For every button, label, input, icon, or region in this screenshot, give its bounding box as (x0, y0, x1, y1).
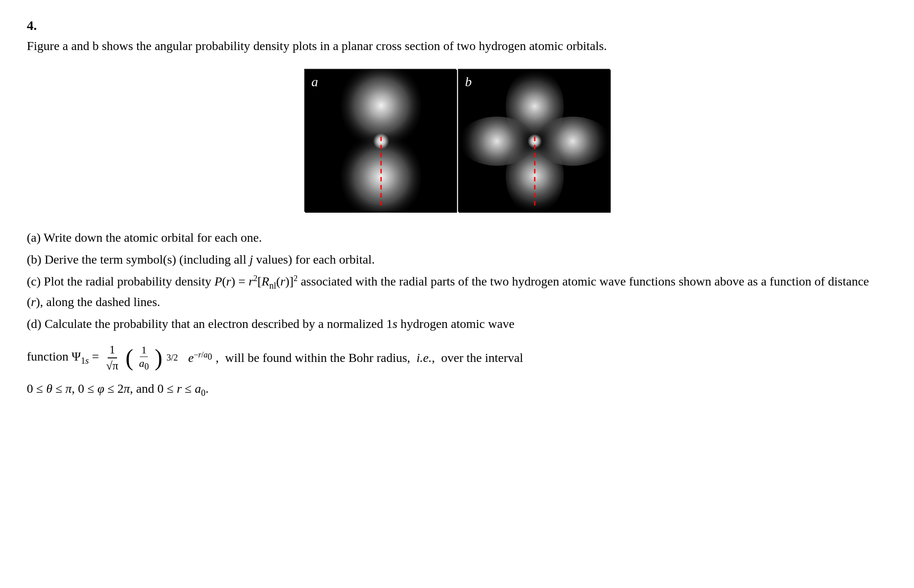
formula-exp-term: e−r/a0 (188, 350, 212, 365)
parts-section: (a) Write down the atomic orbital for ea… (27, 228, 876, 334)
formula-function-label: function Ψ1s = (27, 349, 99, 366)
formula-line: function Ψ1s = 1 √π ( 1 a0 ) 3/2 e−r/a0 … (27, 343, 887, 373)
orbital-image-a: a (304, 69, 456, 212)
formula-inner-fraction: 1 a0 (138, 344, 150, 372)
orbital-image-b: b (458, 69, 610, 212)
question-number: 4. (27, 18, 887, 33)
formula-exponent: 3/2 (167, 353, 178, 363)
interval-line: 0 ≤ θ ≤ π, 0 ≤ φ ≤ 2π, and 0 ≤ r ≤ a0. (27, 382, 887, 398)
part-b: (b) Derive the term symbol(s) (including… (27, 250, 876, 270)
intro-text: Figure a and b shows the angular probabi… (27, 37, 831, 55)
formula-suffix-text: , will be found within the Bohr radius, … (216, 351, 523, 365)
part-c: (c) Plot the radial probability density … (27, 272, 876, 312)
part-d: (d) Calculate the probability that an el… (27, 314, 876, 334)
formula-big-paren-close: ) (155, 346, 162, 370)
part-a: (a) Write down the atomic orbital for ea… (27, 228, 876, 248)
formula-fraction-1: 1 √π (105, 343, 120, 373)
image-label-a: a (311, 74, 318, 89)
images-container: a b (27, 69, 887, 212)
image-label-b: b (465, 74, 472, 89)
formula-big-paren-open: ( (126, 346, 133, 370)
